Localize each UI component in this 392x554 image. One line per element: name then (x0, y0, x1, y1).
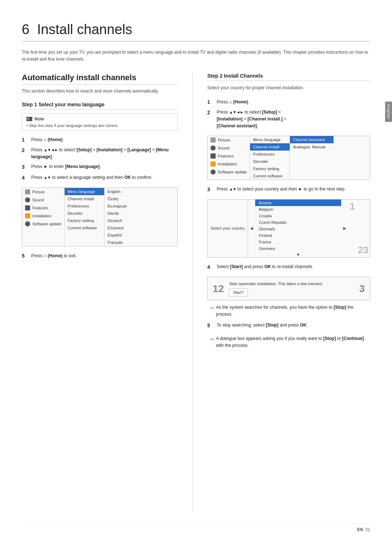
step-number: 5 (22, 252, 29, 260)
nav-arrows: ▲▼◄► (229, 110, 244, 114)
arrow-bullet-icon: ↪ (210, 336, 214, 343)
note-label: Note (34, 116, 44, 122)
installation-icon (25, 213, 30, 218)
menu-item: Български (105, 202, 148, 210)
footer-page-number: 21 (366, 527, 370, 532)
country-menu-label: Select your country (208, 200, 248, 257)
menu-col-3: Channel assistant Analogue: Manual (290, 136, 334, 180)
menu-label: Features (32, 206, 48, 210)
step-number: 4 (207, 263, 215, 271)
menu-mockup-2: Picture Sound Features Installation (207, 136, 370, 180)
start-text: Start automatic installation. This takes… (229, 281, 354, 287)
step-number: 1 (22, 136, 29, 144)
step-number: 4 (22, 174, 29, 182)
menu-item: Picture (22, 188, 64, 196)
right-column: Step 2 Install Channels Select your coun… (192, 73, 370, 512)
update-icon (211, 169, 216, 175)
right-arrow-icon: ► (341, 200, 348, 257)
menu-item: Current software (65, 224, 104, 231)
step-content: Press ▲▼ to select your country and then… (217, 186, 370, 193)
sound-icon (211, 145, 216, 151)
list-item: 2 Press ▲▼◄► to select [Setup] > [Instal… (22, 147, 178, 160)
menu-item: Factory setting (65, 217, 104, 224)
page-num-left: 1 (350, 201, 355, 212)
menu-item: Software update (22, 220, 64, 228)
intro-text: The first time you set up your TV, you a… (22, 49, 370, 63)
step-number: 2 (22, 146, 29, 154)
menu-item: Analogue: Manual (290, 143, 334, 151)
menu-item: Français (105, 239, 148, 246)
menu-item: Installation (22, 212, 64, 220)
search-bullet: ↪ As the system searches for channels, y… (210, 304, 370, 318)
menu-label: Installation (32, 214, 52, 218)
list-item: 1 Press ⌂ (Home). (207, 98, 370, 106)
list-item: 4 Press ▲▼ to select a language setting … (22, 174, 178, 182)
menu-item: Menu language (250, 136, 290, 143)
page: English 6 Install channels The first tim… (0, 0, 392, 554)
start-dialog-box: 12 Start automatic installation. This ta… (207, 277, 370, 300)
home-icon: ⌂ (44, 253, 46, 258)
step-content: Press ▲▼ to select a language setting an… (31, 174, 178, 181)
menu-item: Preferences (65, 202, 104, 210)
section1-desc: This section describes how to search and… (22, 88, 178, 95)
note-header: Note (26, 116, 173, 122)
menu-item: Installation (208, 160, 250, 168)
chapter-title: 6 Install channels (22, 22, 370, 42)
menu-label: Features (218, 154, 233, 158)
menu-item: Features (208, 152, 250, 160)
menu-item: Sound (22, 196, 64, 204)
step2-list-3: 4 Select [Start] and press OK to re-inst… (207, 263, 370, 271)
home-icon: ⌂ (44, 137, 46, 142)
main-layout: Automatically install channels This sect… (22, 73, 370, 512)
list-item: 2 Press ▲▼◄► to select [Setup] > [Instal… (207, 109, 370, 130)
menu-item: Ελληνικά (105, 224, 148, 231)
chapter-number: 6 (22, 22, 29, 37)
features-icon (211, 153, 216, 159)
list-item: 3 Press ► to enter [Menu language]. (22, 163, 178, 171)
menu-item: Features (22, 204, 64, 212)
menu-label: Installation (218, 162, 237, 166)
menu-item: Preferences (250, 151, 290, 158)
country-item: Belgium (255, 206, 341, 213)
step2-list-4: 5 To stop searching, select [Stop] and p… (207, 322, 370, 329)
country-menu: Select your country ◄ Austria Belgium Cr… (207, 199, 370, 258)
sound-icon (25, 197, 30, 202)
menu-item: Menu language (65, 188, 104, 195)
picture-icon (211, 138, 216, 143)
list-item: 5 To stop searching, select [Stop] and p… (207, 322, 370, 329)
bullet-text: As the system searches for channels, you… (216, 304, 370, 318)
menu-label: Software update (32, 222, 61, 226)
menu-item: Český (105, 195, 148, 202)
page-num-right: 23 (358, 245, 368, 256)
country-item: Denmark (255, 226, 341, 232)
section1-title: Automatically install channels (22, 73, 178, 85)
step-content: Press ⌂ (Home). (217, 98, 370, 106)
menu-item: Channel install. (65, 195, 104, 202)
update-icon (25, 221, 30, 226)
menu-item: Decoder (65, 210, 104, 217)
page-footer: EN 21 (22, 523, 370, 532)
menu-label: Software update (218, 170, 247, 174)
country-item: Finland (255, 232, 341, 239)
menu-item: Factory setting (250, 165, 290, 172)
menu-item: Sound (208, 144, 250, 152)
menu-item: Decoder (250, 158, 290, 165)
home-icon: ⌂ (229, 99, 232, 104)
step-content: Press ► to enter [Menu language]. (31, 163, 178, 170)
menu-item: Dansk (105, 210, 148, 217)
left-arrow-icon: ◄ (248, 200, 255, 257)
step-number: 5 (207, 321, 215, 329)
menu-col-3: English Český Български Dansk Deutsch Ελ… (105, 188, 148, 246)
picture-icon (25, 189, 30, 194)
menu-item: Software update (208, 168, 250, 176)
arrow-bullet-icon: ↪ (210, 305, 214, 312)
installation-icon (211, 161, 216, 167)
step-content: Select [Start] and press OK to re-instal… (217, 263, 370, 270)
menu-mockup-1: Picture Sound Features Installation (22, 188, 178, 246)
menu-col-2: Menu language Channel install. Preferenc… (250, 136, 290, 180)
step-number: 2 (207, 108, 215, 116)
chapter-title-text: Install channels (37, 22, 132, 37)
dialogue-bullet: ↪ A dialogue box appears asking you if y… (210, 335, 370, 349)
menu-label: Sound (218, 146, 229, 150)
start-button[interactable]: Start? (229, 288, 248, 297)
